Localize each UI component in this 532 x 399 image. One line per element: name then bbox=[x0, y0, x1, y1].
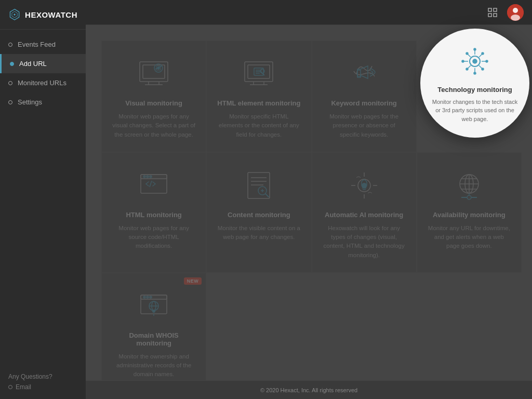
svg-point-9 bbox=[511, 15, 520, 21]
hexowatch-logo-icon bbox=[8, 7, 21, 22]
svg-point-64 bbox=[150, 296, 152, 298]
footer: © 2020 Hexact, Inc. All rights reserved bbox=[86, 380, 532, 399]
tech-monitoring-title: Technology monitoring bbox=[437, 86, 512, 94]
sidebar-nav: Events Feed Add URL Monitored URLs Setti… bbox=[0, 30, 86, 365]
svg-point-17 bbox=[157, 67, 159, 69]
grid-icon bbox=[488, 8, 497, 17]
keyword-monitoring-icon bbox=[346, 56, 382, 92]
svg-point-32 bbox=[147, 176, 149, 178]
svg-rect-3 bbox=[488, 8, 491, 11]
card-domain-whois-monitoring[interactable]: NEW Domain WHOIS monitoring Monitor the … bbox=[101, 273, 206, 392]
availability-monitoring-desc: Monitor any URL for downtime, and get al… bbox=[428, 224, 511, 251]
domain-whois-desc: Monitor the ownership and administrative… bbox=[112, 352, 195, 379]
grid-icon-button[interactable] bbox=[484, 4, 501, 21]
domain-whois-title: Domain WHOIS monitoring bbox=[112, 331, 195, 347]
svg-point-58 bbox=[467, 195, 471, 200]
email-link[interactable]: Email bbox=[8, 383, 77, 391]
svg-point-81 bbox=[474, 72, 476, 74]
card-keyword-monitoring[interactable]: Keyword monitoring Monitor web pages for… bbox=[312, 41, 417, 152]
html-monitoring-icon bbox=[136, 167, 172, 204]
sidebar-item-settings[interactable]: Settings bbox=[0, 92, 86, 112]
svg-line-34 bbox=[150, 181, 152, 187]
visual-monitoring-icon bbox=[136, 56, 172, 92]
keyword-monitoring-title: Keyword monitoring bbox=[331, 99, 396, 107]
svg-point-82 bbox=[462, 60, 464, 62]
content-monitoring-desc: Monitor the visible content on a web pag… bbox=[217, 224, 300, 242]
nav-dot-events bbox=[8, 43, 12, 47]
sidebar-label-events-feed: Events Feed bbox=[18, 41, 56, 48]
svg-rect-4 bbox=[494, 8, 497, 11]
new-badge: NEW bbox=[184, 277, 202, 285]
logo-text: HEXOWATCH bbox=[25, 10, 77, 19]
nav-dot-add-url bbox=[10, 62, 14, 66]
ai-monitoring-icon bbox=[346, 167, 382, 204]
sidebar-item-events-feed[interactable]: Events Feed bbox=[0, 35, 86, 54]
domain-whois-icon bbox=[136, 288, 172, 324]
svg-point-2 bbox=[14, 14, 15, 15]
html-monitoring-desc: Monitor web pages for any source code/HT… bbox=[112, 224, 195, 251]
svg-point-31 bbox=[143, 176, 145, 178]
html-element-desc: Monitor specific HTML elements or the co… bbox=[217, 112, 300, 139]
email-label: Email bbox=[16, 383, 31, 391]
svg-rect-28 bbox=[357, 70, 361, 76]
sidebar-label-monitored: Monitored URLs bbox=[18, 79, 66, 87]
availability-monitoring-title: Availability monitoring bbox=[433, 211, 506, 219]
svg-rect-6 bbox=[494, 14, 497, 17]
card-ai-monitoring[interactable]: Automatic AI monitoring Hexowatch will l… bbox=[312, 152, 417, 273]
keyword-monitoring-desc: Monitor web pages for the presence or ab… bbox=[323, 112, 406, 139]
ai-monitoring-desc: Hexowatch will look for any types of cha… bbox=[323, 224, 406, 260]
cards-row-2: HTML monitoring Monitor web pages for an… bbox=[101, 152, 522, 273]
sidebar: HEXOWATCH Events Feed Add URL Monitored … bbox=[0, 0, 86, 399]
card-availability-monitoring[interactable]: Availability monitoring Monitor any URL … bbox=[417, 152, 522, 273]
card-html-monitoring[interactable]: HTML monitoring Monitor web pages for an… bbox=[101, 152, 206, 273]
topbar bbox=[86, 0, 532, 25]
sidebar-label-add-url: Add URL bbox=[19, 60, 47, 68]
tech-monitoring-desc: Monitor changes to the tech stack or 3rd… bbox=[431, 98, 519, 124]
empty-cell-1 bbox=[206, 273, 311, 392]
email-dot bbox=[8, 385, 12, 389]
sidebar-label-settings: Settings bbox=[18, 98, 42, 106]
svg-point-86 bbox=[482, 52, 484, 55]
svg-point-84 bbox=[466, 52, 468, 55]
sidebar-item-add-url[interactable]: Add URL bbox=[0, 54, 86, 73]
visual-monitoring-desc: Monitor web pages for any visual changes… bbox=[112, 112, 195, 139]
nav-dot-monitored bbox=[8, 81, 12, 85]
visual-monitoring-title: Visual monitoring bbox=[125, 99, 182, 107]
html-monitoring-title: HTML monitoring bbox=[126, 211, 181, 219]
svg-point-68 bbox=[152, 310, 155, 313]
empty-cell-2 bbox=[312, 273, 417, 392]
svg-point-8 bbox=[513, 8, 518, 13]
empty-cell-3 bbox=[417, 273, 522, 392]
availability-monitoring-icon bbox=[451, 167, 487, 204]
sidebar-bottom: Any Questions? Email bbox=[0, 365, 86, 399]
svg-point-87 bbox=[466, 68, 468, 70]
svg-point-80 bbox=[474, 48, 476, 50]
svg-rect-5 bbox=[488, 14, 491, 17]
nav-dot-settings bbox=[8, 100, 12, 104]
svg-point-33 bbox=[150, 176, 152, 178]
user-avatar[interactable] bbox=[507, 4, 524, 21]
svg-point-63 bbox=[147, 296, 149, 298]
footer-copyright: © 2020 Hexact, Inc. All rights reserved bbox=[260, 387, 357, 393]
any-questions-text: Any Questions? bbox=[8, 373, 77, 380]
card-visual-monitoring[interactable]: Visual monitoring Monitor web pages for … bbox=[101, 41, 206, 152]
content-monitoring-title: Content monitoring bbox=[228, 211, 290, 219]
avatar-icon bbox=[507, 4, 524, 21]
logo-area: HEXOWATCH bbox=[0, 0, 86, 30]
content-monitoring-icon bbox=[241, 167, 277, 204]
svg-rect-11 bbox=[143, 65, 165, 78]
svg-point-62 bbox=[143, 296, 145, 298]
svg-line-40 bbox=[265, 194, 269, 197]
tech-monitoring-icon bbox=[457, 43, 493, 79]
html-element-title: HTML element monitoring bbox=[217, 99, 300, 107]
card-html-element-monitoring[interactable]: HTML element monitoring Monitor specific… bbox=[206, 41, 311, 152]
sidebar-item-monitored-urls[interactable]: Monitored URLs bbox=[0, 73, 86, 92]
svg-point-85 bbox=[482, 68, 484, 70]
cards-row-3: NEW Domain WHOIS monitoring Monitor the … bbox=[101, 273, 522, 392]
html-element-icon bbox=[241, 56, 277, 92]
svg-point-83 bbox=[486, 60, 488, 62]
svg-point-71 bbox=[473, 59, 477, 63]
ai-monitoring-title: Automatic AI monitoring bbox=[325, 211, 403, 219]
card-content-monitoring[interactable]: Content monitoring Monitor the visible c… bbox=[206, 152, 311, 273]
card-technology-monitoring[interactable]: Technology monitoring Monitor changes to… bbox=[420, 29, 529, 138]
